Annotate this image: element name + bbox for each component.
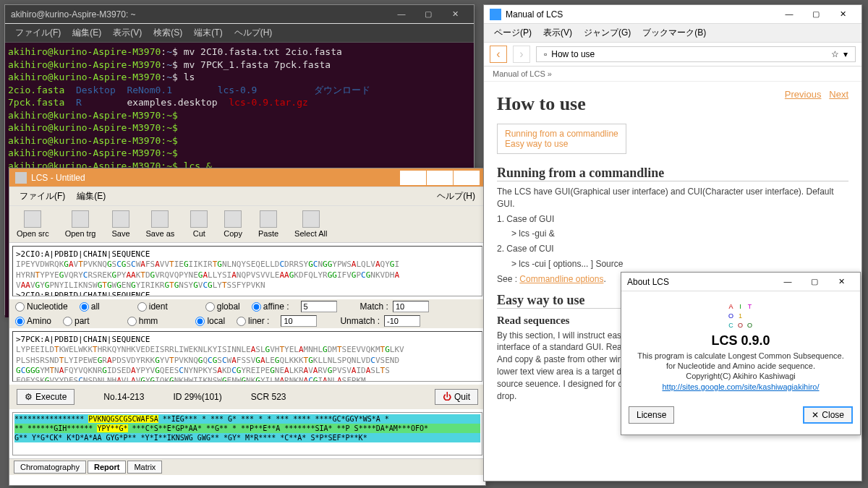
close-button[interactable]: ✕ [828, 275, 854, 289]
menu-file[interactable]: ファイル(F) [14, 189, 71, 204]
address-bar[interactable]: ▫ How to use ☆ ▾ [536, 46, 856, 62]
radio-liner[interactable]: liner : [237, 316, 269, 326]
about-desc2: for Nucleotide and Amino acide sequence. [629, 361, 853, 370]
radio-ident[interactable]: ident [137, 301, 168, 312]
close-button[interactable]: ✕Close [803, 406, 853, 424]
dropdown-icon[interactable]: ▾ [843, 49, 848, 59]
match-input[interactable] [393, 301, 429, 312]
menu-help[interactable]: ヘルプ(H) [431, 189, 481, 204]
maximize-button[interactable]: ▢ [427, 171, 453, 185]
radio-global[interactable]: global [205, 301, 240, 312]
toc-link-1[interactable]: Running from a commandline [505, 129, 618, 139]
menu-search[interactable]: 検索(S) [148, 25, 188, 40]
options-row-1: Nucleotide all ident global affine : Mat… [9, 299, 485, 314]
execute-row: ⚙Execute No.14-213 ID 29%(101) SCR 523 ⏻… [9, 385, 485, 409]
affine-input[interactable] [301, 301, 337, 312]
lcs-toolbar: Open srcOpen trgSaveSave asCutCopyPasteS… [9, 206, 485, 243]
menu-bookmark[interactable]: ブックマーク(B) [637, 25, 712, 40]
target-sequence-area[interactable]: >7PCK:A|PDBID|CHAIN|SEQUENCELYPEEILDTKWE… [12, 331, 482, 382]
forward-button[interactable]: › [513, 46, 530, 63]
liner-input[interactable] [281, 315, 317, 327]
close-button[interactable]: ✕ [830, 7, 856, 22]
radio-all[interactable]: all [80, 301, 100, 312]
close-button[interactable]: ✕ [454, 171, 480, 185]
radio-affine[interactable]: affine : [252, 301, 289, 312]
lcs-titlebar[interactable]: LCS - Untitled — ▢ ✕ [9, 168, 485, 187]
tab-chromatography[interactable]: Chromatography [14, 461, 86, 474]
minimize-button[interactable]: — [775, 275, 801, 289]
back-button[interactable]: ‹ [490, 46, 507, 63]
menu-page[interactable]: ページ(P) [488, 25, 537, 40]
prev-link[interactable]: Previous [785, 89, 822, 100]
gear-icon: ⚙ [25, 392, 33, 402]
maximize-button[interactable]: ▢ [415, 7, 441, 22]
minimize-button[interactable]: — [776, 7, 802, 22]
tool-copy[interactable]: Copy [219, 209, 247, 239]
help-navbar: ‹ › ▫ How to use ☆ ▾ [484, 43, 861, 67]
menu-edit[interactable]: 編集(E) [67, 25, 107, 40]
unmatch-input[interactable] [384, 315, 420, 327]
execute-button[interactable]: ⚙Execute [17, 389, 75, 405]
tool-open src[interactable]: Open src [12, 209, 54, 239]
help-menubar: ページ(P) 表示(V) ジャンプ(G) ブックマーク(B) [484, 24, 861, 43]
radio-amino[interactable]: Amino [15, 316, 51, 326]
page-icon: ▫ [544, 49, 547, 59]
tool-select all[interactable]: Select All [290, 209, 331, 239]
tab-matrix[interactable]: Matrix [127, 461, 162, 474]
toc-link-2[interactable]: Easy way to use [505, 139, 618, 149]
list-1: 1. Case of GUI [497, 213, 848, 226]
tab-report[interactable]: Report [88, 461, 126, 474]
quit-button[interactable]: ⏻Quit [435, 389, 478, 405]
menu-file[interactable]: ファイル(F) [9, 25, 67, 40]
about-buttons: License ✕Close [621, 399, 860, 431]
menu-term[interactable]: 端末(T) [188, 25, 228, 40]
breadcrumb[interactable]: Manual of LCS » [484, 67, 861, 82]
minimize-button[interactable]: — [388, 7, 414, 22]
about-titlebar[interactable]: About LCS — ▢ ✕ [621, 273, 860, 291]
tool-cut[interactable]: Cut [186, 209, 212, 239]
tool-icon [151, 210, 169, 228]
cmdopt-link[interactable]: Commandline options [519, 274, 603, 284]
minimize-button[interactable]: — [400, 171, 426, 185]
maximize-button[interactable]: ▢ [803, 7, 829, 22]
alignment-view[interactable]: **************** PVKNQGSCGSCWAFSA **IEG*… [12, 412, 482, 455]
maximize-button[interactable]: ▢ [801, 275, 827, 289]
status-scr: SCR 523 [251, 392, 286, 402]
source-sequence-area[interactable]: >2CIO:A|PDBID|CHAIN|SEQUENCEIPEYVDWRQKGA… [12, 246, 482, 296]
lcs-window: LCS - Untitled — ▢ ✕ ファイル(F) 編集(E) ヘルプ(H… [9, 168, 486, 486]
about-title: About LCS [627, 277, 775, 287]
bookmark-icon[interactable]: ☆ [831, 49, 839, 59]
help-titlebar[interactable]: Manual of LCS — ▢ ✕ [484, 5, 861, 24]
menu-help[interactable]: ヘルプ(H) [229, 25, 278, 40]
radio-part[interactable]: part [63, 316, 90, 326]
menu-jump[interactable]: ジャンプ(G) [578, 25, 637, 40]
tool-paste[interactable]: Paste [254, 209, 283, 239]
terminal-titlebar[interactable]: akihiro@kurino-Aspire-M3970: ~ — ▢ ✕ [5, 5, 474, 24]
tool-open trg[interactable]: Open trg [61, 209, 101, 239]
cmd-2: > lcs -cui [ options... ] Source [511, 258, 848, 270]
tool-save as[interactable]: Save as [142, 209, 179, 239]
tool-save[interactable]: Save [107, 209, 134, 239]
close-button[interactable]: ✕ [442, 7, 468, 22]
radio-local[interactable]: local [195, 316, 225, 326]
about-desc1: This program is calculate Longest Common… [629, 351, 853, 360]
menu-edit[interactable]: 編集(E) [71, 189, 111, 204]
license-button[interactable]: License [629, 406, 674, 424]
next-link[interactable]: Next [829, 89, 848, 100]
lcs-menubar: ファイル(F) 編集(E) ヘルプ(H) [9, 187, 485, 206]
menu-view[interactable]: 表示(V) [107, 25, 148, 40]
close-icon: ✕ [812, 410, 819, 420]
status-id: ID 29%(101) [173, 392, 221, 402]
tool-icon [24, 210, 41, 228]
bottom-tabs: Chromatography Report Matrix [9, 458, 485, 475]
menu-view[interactable]: 表示(V) [537, 25, 578, 40]
about-url[interactable]: http://sites.google.com/site/kashiwagiak… [662, 382, 819, 391]
lcs-logo-icon: AIT O1 COO [726, 301, 755, 330]
radio-hmm[interactable]: hmm [127, 316, 158, 326]
tool-icon [112, 210, 129, 228]
radio-nucleotide[interactable]: Nucleotide [15, 301, 68, 312]
status-no: No.14-213 [103, 392, 144, 402]
about-body: AIT O1 COO LCS 0.9.0 This program is cal… [621, 291, 860, 399]
cmd-1: > lcs -gui & [511, 228, 848, 240]
tool-icon [302, 210, 320, 228]
